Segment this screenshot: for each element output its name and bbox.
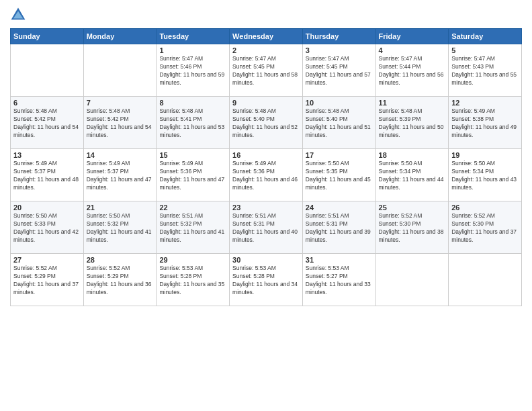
day-number: 15 bbox=[159, 151, 226, 159]
calendar-cell: 8Sunrise: 5:48 AM Sunset: 5:41 PM Daylig… bbox=[157, 97, 230, 149]
calendar-cell: 25Sunrise: 5:52 AM Sunset: 5:30 PM Dayli… bbox=[375, 201, 449, 254]
calendar-cell: 13Sunrise: 5:49 AM Sunset: 5:37 PM Dayli… bbox=[11, 149, 84, 201]
day-number: 6 bbox=[13, 99, 81, 107]
calendar-cell: 5Sunrise: 5:47 AM Sunset: 5:43 PM Daylig… bbox=[449, 44, 522, 97]
day-info: Sunrise: 5:48 AM Sunset: 5:42 PM Dayligh… bbox=[87, 107, 154, 140]
calendar-cell: 22Sunrise: 5:51 AM Sunset: 5:32 PM Dayli… bbox=[157, 201, 230, 254]
day-info: Sunrise: 5:48 AM Sunset: 5:40 PM Dayligh… bbox=[232, 107, 300, 140]
day-number: 29 bbox=[159, 256, 226, 264]
day-number: 14 bbox=[87, 151, 154, 159]
logo-icon bbox=[10, 7, 26, 23]
day-info: Sunrise: 5:47 AM Sunset: 5:45 PM Dayligh… bbox=[232, 55, 300, 87]
day-number: 13 bbox=[13, 151, 81, 159]
day-number: 12 bbox=[451, 99, 519, 107]
calendar-table: SundayMondayTuesdayWednesdayThursdayFrid… bbox=[10, 28, 522, 306]
calendar-cell: 18Sunrise: 5:50 AM Sunset: 5:34 PM Dayli… bbox=[375, 149, 449, 201]
day-number: 7 bbox=[87, 99, 154, 107]
calendar-cell: 28Sunrise: 5:52 AM Sunset: 5:29 PM Dayli… bbox=[83, 254, 157, 306]
calendar-cell: 27Sunrise: 5:52 AM Sunset: 5:29 PM Dayli… bbox=[11, 254, 84, 306]
weekday-header-friday: Friday bbox=[375, 29, 449, 44]
day-info: Sunrise: 5:52 AM Sunset: 5:29 PM Dayligh… bbox=[87, 265, 154, 297]
calendar-cell: 21Sunrise: 5:50 AM Sunset: 5:32 PM Dayli… bbox=[83, 201, 157, 254]
day-number: 19 bbox=[451, 151, 519, 159]
day-number: 30 bbox=[232, 256, 300, 264]
day-number: 25 bbox=[379, 203, 446, 212]
day-number: 5 bbox=[451, 46, 519, 54]
calendar-cell: 31Sunrise: 5:53 AM Sunset: 5:27 PM Dayli… bbox=[302, 254, 375, 306]
day-number: 2 bbox=[232, 46, 300, 54]
calendar-cell: 4Sunrise: 5:47 AM Sunset: 5:44 PM Daylig… bbox=[375, 44, 449, 97]
calendar-cell: 6Sunrise: 5:48 AM Sunset: 5:42 PM Daylig… bbox=[11, 97, 84, 149]
day-info: Sunrise: 5:53 AM Sunset: 5:27 PM Dayligh… bbox=[306, 265, 373, 297]
day-info: Sunrise: 5:48 AM Sunset: 5:41 PM Dayligh… bbox=[159, 107, 226, 140]
calendar-cell bbox=[83, 44, 157, 97]
weekday-header-row: SundayMondayTuesdayWednesdayThursdayFrid… bbox=[11, 29, 522, 44]
day-info: Sunrise: 5:51 AM Sunset: 5:31 PM Dayligh… bbox=[306, 212, 373, 244]
calendar-cell bbox=[449, 254, 522, 306]
day-info: Sunrise: 5:47 AM Sunset: 5:43 PM Dayligh… bbox=[451, 55, 519, 87]
day-info: Sunrise: 5:47 AM Sunset: 5:45 PM Dayligh… bbox=[306, 55, 373, 87]
calendar-cell: 23Sunrise: 5:51 AM Sunset: 5:31 PM Dayli… bbox=[230, 201, 303, 254]
day-info: Sunrise: 5:49 AM Sunset: 5:36 PM Dayligh… bbox=[159, 160, 226, 192]
day-number: 24 bbox=[306, 203, 373, 212]
day-info: Sunrise: 5:51 AM Sunset: 5:31 PM Dayligh… bbox=[232, 212, 300, 244]
calendar-cell: 7Sunrise: 5:48 AM Sunset: 5:42 PM Daylig… bbox=[83, 97, 157, 149]
day-info: Sunrise: 5:51 AM Sunset: 5:32 PM Dayligh… bbox=[159, 212, 226, 244]
day-number: 8 bbox=[159, 99, 226, 107]
day-info: Sunrise: 5:50 AM Sunset: 5:33 PM Dayligh… bbox=[13, 212, 81, 244]
header bbox=[10, 7, 522, 23]
day-info: Sunrise: 5:50 AM Sunset: 5:35 PM Dayligh… bbox=[306, 160, 373, 192]
week-row-5: 27Sunrise: 5:52 AM Sunset: 5:29 PM Dayli… bbox=[11, 254, 522, 306]
week-row-3: 13Sunrise: 5:49 AM Sunset: 5:37 PM Dayli… bbox=[11, 149, 522, 201]
day-number: 22 bbox=[159, 203, 226, 212]
day-info: Sunrise: 5:49 AM Sunset: 5:37 PM Dayligh… bbox=[87, 160, 154, 192]
day-number: 10 bbox=[306, 99, 373, 107]
day-number: 11 bbox=[379, 99, 446, 107]
day-info: Sunrise: 5:49 AM Sunset: 5:38 PM Dayligh… bbox=[451, 107, 519, 140]
weekday-header-thursday: Thursday bbox=[302, 29, 375, 44]
day-info: Sunrise: 5:49 AM Sunset: 5:37 PM Dayligh… bbox=[13, 160, 81, 192]
day-number: 17 bbox=[306, 151, 373, 159]
day-number: 27 bbox=[13, 256, 81, 264]
week-row-1: 1Sunrise: 5:47 AM Sunset: 5:46 PM Daylig… bbox=[11, 44, 522, 97]
calendar-cell: 14Sunrise: 5:49 AM Sunset: 5:37 PM Dayli… bbox=[83, 149, 157, 201]
calendar-cell: 17Sunrise: 5:50 AM Sunset: 5:35 PM Dayli… bbox=[302, 149, 375, 201]
day-info: Sunrise: 5:47 AM Sunset: 5:44 PM Dayligh… bbox=[379, 55, 446, 87]
calendar-cell: 12Sunrise: 5:49 AM Sunset: 5:38 PM Dayli… bbox=[449, 97, 522, 149]
day-number: 9 bbox=[232, 99, 300, 107]
logo bbox=[10, 7, 29, 23]
day-number: 20 bbox=[13, 203, 81, 212]
day-number: 4 bbox=[379, 46, 446, 54]
day-number: 31 bbox=[306, 256, 373, 264]
calendar-cell: 16Sunrise: 5:49 AM Sunset: 5:36 PM Dayli… bbox=[230, 149, 303, 201]
calendar-cell: 19Sunrise: 5:50 AM Sunset: 5:34 PM Dayli… bbox=[449, 149, 522, 201]
weekday-header-sunday: Sunday bbox=[11, 29, 84, 44]
calendar-cell: 15Sunrise: 5:49 AM Sunset: 5:36 PM Dayli… bbox=[157, 149, 230, 201]
day-number: 3 bbox=[306, 46, 373, 54]
day-info: Sunrise: 5:52 AM Sunset: 5:30 PM Dayligh… bbox=[451, 212, 519, 244]
day-info: Sunrise: 5:50 AM Sunset: 5:34 PM Dayligh… bbox=[451, 160, 519, 192]
day-info: Sunrise: 5:49 AM Sunset: 5:36 PM Dayligh… bbox=[232, 160, 300, 192]
weekday-header-monday: Monday bbox=[83, 29, 157, 44]
day-number: 16 bbox=[232, 151, 300, 159]
page: SundayMondayTuesdayWednesdayThursdayFrid… bbox=[0, 0, 532, 411]
calendar-cell: 10Sunrise: 5:48 AM Sunset: 5:40 PM Dayli… bbox=[302, 97, 375, 149]
day-info: Sunrise: 5:50 AM Sunset: 5:32 PM Dayligh… bbox=[87, 212, 154, 244]
calendar-cell: 1Sunrise: 5:47 AM Sunset: 5:46 PM Daylig… bbox=[157, 44, 230, 97]
calendar-cell: 9Sunrise: 5:48 AM Sunset: 5:40 PM Daylig… bbox=[230, 97, 303, 149]
weekday-header-wednesday: Wednesday bbox=[230, 29, 303, 44]
day-number: 23 bbox=[232, 203, 300, 212]
calendar-cell: 11Sunrise: 5:48 AM Sunset: 5:39 PM Dayli… bbox=[375, 97, 449, 149]
day-number: 18 bbox=[379, 151, 446, 159]
day-info: Sunrise: 5:48 AM Sunset: 5:39 PM Dayligh… bbox=[379, 107, 446, 140]
day-info: Sunrise: 5:47 AM Sunset: 5:46 PM Dayligh… bbox=[159, 55, 226, 87]
calendar-cell: 26Sunrise: 5:52 AM Sunset: 5:30 PM Dayli… bbox=[449, 201, 522, 254]
day-info: Sunrise: 5:50 AM Sunset: 5:34 PM Dayligh… bbox=[379, 160, 446, 192]
calendar-cell: 3Sunrise: 5:47 AM Sunset: 5:45 PM Daylig… bbox=[302, 44, 375, 97]
calendar-cell: 24Sunrise: 5:51 AM Sunset: 5:31 PM Dayli… bbox=[302, 201, 375, 254]
day-number: 28 bbox=[87, 256, 154, 264]
day-info: Sunrise: 5:48 AM Sunset: 5:40 PM Dayligh… bbox=[306, 107, 373, 140]
week-row-4: 20Sunrise: 5:50 AM Sunset: 5:33 PM Dayli… bbox=[11, 201, 522, 254]
calendar-cell: 2Sunrise: 5:47 AM Sunset: 5:45 PM Daylig… bbox=[230, 44, 303, 97]
calendar-cell bbox=[375, 254, 449, 306]
